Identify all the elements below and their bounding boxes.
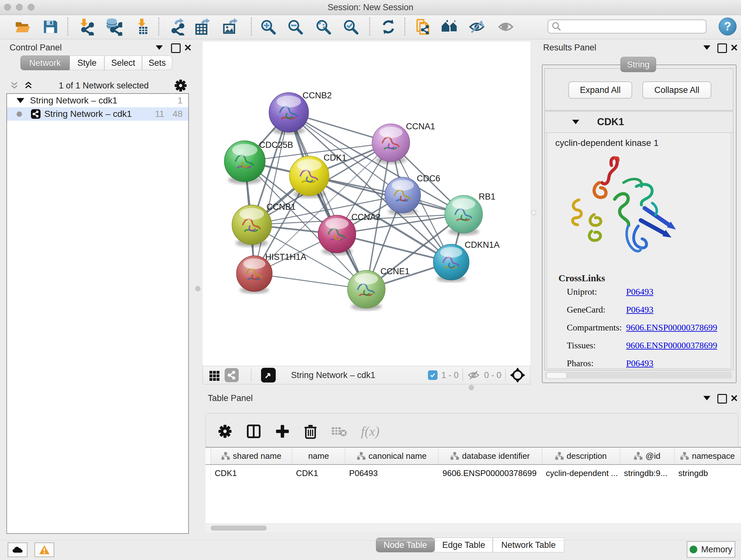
zoom-out-button[interactable] — [286, 17, 305, 36]
close-panel-icon[interactable]: ✕ — [730, 42, 738, 53]
gear-icon[interactable] — [174, 78, 188, 92]
show-all-button[interactable] — [496, 17, 515, 36]
columns-icon[interactable] — [246, 424, 261, 439]
cloud-status-button[interactable] — [8, 543, 27, 557]
left-splitter-handle[interactable] — [195, 286, 200, 291]
results-hscrollbar[interactable] — [545, 372, 732, 379]
crosslink-link[interactable]: 9606.ENSP00000378699 — [626, 340, 717, 351]
export-image-button[interactable] — [221, 17, 239, 36]
selected-checkbox[interactable] — [428, 370, 437, 380]
gene-section-header[interactable]: CDK1 — [545, 111, 733, 133]
import-network-file-button[interactable] — [76, 17, 94, 36]
first-neighbors-button[interactable] — [440, 17, 459, 36]
import-network-database-button[interactable] — [104, 17, 123, 36]
collapse-all-icon[interactable] — [9, 81, 20, 90]
network-node-HIST1H1A[interactable]: HIST1H1A — [237, 252, 307, 294]
float-menu-icon[interactable] — [703, 45, 711, 50]
export-table-button[interactable] — [193, 17, 212, 36]
table-cell[interactable]: P06493 — [345, 465, 439, 482]
grid-view-icon[interactable] — [208, 369, 221, 381]
collapse-all-button[interactable]: Collapse All — [643, 81, 711, 99]
column-header-shared-name[interactable]: shared name — [211, 448, 292, 464]
network-node-CCNA2[interactable]: CCNA2 — [318, 212, 381, 255]
refresh-layout-button[interactable] — [379, 17, 398, 36]
hide-selected-button[interactable] — [468, 17, 486, 36]
column-header--id[interactable]: @id — [620, 448, 674, 464]
function-builder-icon[interactable]: f(x) — [361, 424, 380, 439]
crosslink-link[interactable]: P06493 — [626, 287, 654, 297]
bottom-splitter-handle[interactable] — [469, 385, 474, 390]
search-input[interactable] — [562, 22, 697, 31]
clear-table-icon[interactable] — [331, 425, 347, 438]
right-splitter-handle[interactable] — [531, 210, 536, 215]
column-header-description[interactable]: description — [542, 448, 620, 464]
table-hscrollbar[interactable] — [205, 523, 741, 532]
hidden-eye-icon[interactable] — [467, 370, 480, 381]
zoom-selected-button[interactable] — [341, 17, 360, 36]
network-node-CCNA1[interactable]: CCNA1 — [372, 122, 435, 164]
table-cell[interactable]: cyclin-dependent ... — [542, 465, 620, 482]
float-panel-icon[interactable] — [718, 394, 727, 403]
network-collection-row[interactable]: String Network – cdk1 1 — [7, 94, 188, 107]
crosslink-link[interactable]: P06493 — [626, 305, 654, 315]
zoom-fit-button[interactable] — [314, 17, 333, 36]
application-window: Session: New Session — [0, 0, 741, 560]
tab-style[interactable]: Style — [70, 56, 105, 70]
table-cell[interactable]: stringdb:9... — [620, 465, 675, 482]
tab-network[interactable]: Network — [20, 56, 70, 70]
crosslink-link[interactable]: 9606.ENSP00000378699 — [626, 322, 717, 333]
table-cell[interactable]: 9606.ENSP00000378699 — [439, 465, 542, 482]
memory-button[interactable]: Memory — [687, 541, 735, 558]
table-row[interactable]: CDK1CDK1P064939606.ENSP00000378699cyclin… — [205, 465, 741, 482]
zoom-in-button[interactable] — [259, 17, 277, 36]
warning-status-button[interactable] — [35, 543, 54, 557]
network-edge-CCNB2-HIST1H1A[interactable] — [254, 112, 289, 273]
network-node-RB1[interactable]: RB1 — [445, 192, 495, 235]
network-node-CDC6[interactable]: CDC6 — [385, 174, 441, 215]
network-node-CCNB1[interactable]: CCNB1 — [232, 202, 296, 247]
network-overview-icon[interactable] — [225, 368, 239, 382]
network-node-CCNE1[interactable]: CCNE1 — [347, 266, 410, 310]
import-table-file-button[interactable] — [133, 17, 151, 36]
close-panel-icon[interactable]: ✕ — [184, 42, 192, 53]
save-session-button[interactable] — [41, 17, 59, 36]
expand-all-icon[interactable] — [23, 81, 34, 90]
collapse-arrow-icon[interactable] — [17, 98, 24, 103]
add-icon[interactable] — [275, 424, 290, 439]
network-node-CDKN1A[interactable]: CDKN1A — [433, 240, 500, 282]
table-cell[interactable]: CDK1 — [211, 465, 292, 482]
scrollbar-thumb[interactable] — [546, 372, 567, 379]
column-header-name[interactable]: name — [292, 448, 346, 464]
detach-view-icon[interactable] — [261, 368, 276, 382]
tab-sets[interactable]: Sets — [142, 56, 172, 70]
network-node-CCNB2[interactable]: CCNB2 — [269, 91, 332, 134]
network-node-CDK1[interactable]: CDK1 — [289, 153, 347, 198]
column-header-database-identifier[interactable]: database identifier — [439, 448, 542, 464]
help-button[interactable]: ? — [719, 17, 737, 36]
network-canvas[interactable]: CCNB2CCNA1CDC25BCDK1CDC6RB1CCNB1CCNA2CDK… — [203, 42, 530, 366]
gear-icon[interactable] — [217, 424, 232, 439]
float-menu-icon[interactable] — [156, 45, 163, 50]
float-panel-icon[interactable] — [718, 44, 727, 53]
table-cell[interactable]: CDK1 — [292, 465, 346, 482]
crosslink-label: Compartments: — [567, 322, 626, 333]
delete-icon[interactable] — [304, 424, 318, 439]
export-network-button[interactable] — [167, 17, 186, 36]
fit-selected-icon[interactable] — [510, 367, 526, 383]
table-cell[interactable]: stringdb — [675, 465, 741, 482]
float-menu-icon[interactable] — [703, 396, 711, 400]
tab-select[interactable]: Select — [105, 56, 142, 70]
float-panel-icon[interactable] — [171, 44, 181, 53]
collapse-arrow-icon[interactable] — [572, 120, 579, 124]
scrollbar-thumb[interactable] — [211, 525, 267, 531]
crosslink-link[interactable]: P06493 — [626, 358, 654, 368]
network-row-selected[interactable]: String Network – cdk1 11 48 — [7, 107, 188, 121]
close-panel-icon[interactable]: ✕ — [730, 393, 738, 404]
column-header-namespace[interactable]: namespace — [675, 448, 741, 464]
network-node-CDC25B[interactable]: CDC25B — [224, 140, 293, 184]
column-header-canonical-name[interactable]: canonical name — [345, 448, 439, 464]
expand-all-button[interactable]: Expand All — [568, 81, 632, 99]
new-network-from-selection-button[interactable] — [414, 17, 432, 36]
network-edge-CCNB2-CCNE1[interactable] — [289, 112, 366, 289]
open-session-button[interactable] — [13, 17, 32, 36]
